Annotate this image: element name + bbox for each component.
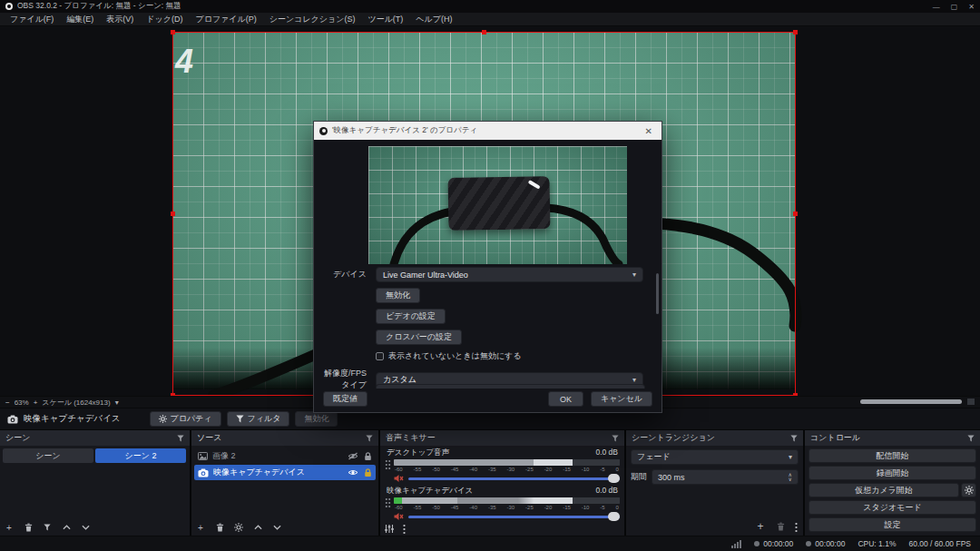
selection-handle-top-center[interactable]	[482, 30, 486, 34]
lock-icon[interactable]	[364, 452, 372, 461]
chevron-down-icon: ▾	[632, 271, 636, 279]
zoom-in-button[interactable]: +	[34, 398, 38, 407]
mixer-dock-header[interactable]: 音声ミキサー	[380, 430, 624, 446]
mixer-menu-kebab-icon[interactable]	[403, 524, 406, 534]
lock-icon[interactable]	[364, 468, 372, 477]
menu-scene-collection[interactable]: シーンコレクション(S)	[263, 14, 362, 25]
start-streaming-button[interactable]: 配信開始	[808, 448, 976, 463]
dock-menu-icon[interactable]	[967, 435, 975, 442]
scene-item-2[interactable]: シーン 2	[95, 448, 186, 463]
transitions-dock-header[interactable]: シーントランジション	[626, 430, 803, 446]
menu-profile[interactable]: プロファイル(P)	[189, 14, 262, 25]
add-scene-button[interactable]: +	[4, 522, 15, 533]
minimize-button[interactable]: —	[933, 3, 940, 11]
source-properties-button[interactable]	[233, 522, 244, 533]
selection-handle-right-center[interactable]	[793, 212, 798, 216]
menu-help[interactable]: ヘルプ(H)	[409, 14, 458, 25]
maximize-button[interactable]: ▢	[951, 3, 958, 11]
virtual-camera-config-button[interactable]	[961, 483, 976, 497]
move-source-down-button[interactable]	[271, 522, 282, 533]
channel-db-value: 0.0 dB	[595, 486, 618, 497]
source-label: 画像 2	[212, 450, 236, 462]
remove-source-button[interactable]	[214, 522, 225, 533]
advanced-audio-button[interactable]	[384, 523, 395, 534]
selection-handle-top-left[interactable]	[171, 30, 175, 34]
eye-slash-icon[interactable]	[348, 452, 358, 460]
channel-grip-handle[interactable]	[385, 459, 391, 470]
scene-item-1[interactable]: シーン	[3, 448, 93, 463]
move-source-up-button[interactable]	[252, 522, 263, 533]
dock-menu-icon[interactable]	[790, 435, 798, 442]
source-row-capture-device[interactable]: 映像キャプチャデバイス	[194, 465, 376, 480]
settings-button[interactable]: 設定	[808, 517, 976, 532]
dock-menu-icon[interactable]	[366, 435, 373, 442]
ok-button[interactable]: OK	[548, 391, 583, 407]
menu-docks[interactable]: ドック(D)	[140, 14, 189, 25]
scene-filters-button[interactable]	[42, 522, 53, 533]
capture-device	[448, 176, 551, 231]
scenes-dock-header[interactable]: シーン	[0, 430, 190, 446]
menu-edit[interactable]: 編集(E)	[60, 14, 100, 25]
configure-video-button[interactable]: ビデオの設定	[376, 309, 446, 324]
selection-handle-top-right[interactable]	[793, 30, 798, 34]
controls-dock-header[interactable]: コントロール	[805, 430, 980, 446]
transition-value: フェード	[637, 451, 671, 463]
add-source-button[interactable]: +	[195, 522, 206, 533]
mute-speaker-icon[interactable]	[394, 512, 404, 521]
scenes-list: シーン シーン 2 +	[0, 446, 190, 536]
volume-meter	[394, 459, 620, 466]
device-select[interactable]: Live Gamer Ultra-Video ▾	[376, 267, 643, 282]
eye-icon[interactable]	[348, 468, 358, 477]
volume-slider-handle[interactable]	[608, 474, 620, 483]
remove-scene-button[interactable]	[23, 522, 34, 533]
dialog-scrollbar-thumb[interactable]	[656, 273, 659, 314]
properties-button[interactable]: プロパティ	[150, 411, 221, 427]
start-recording-button[interactable]: 録画開始	[808, 466, 976, 480]
chevron-down-icon: ▾	[632, 376, 636, 384]
deactivate-button[interactable]: 無効化	[295, 411, 338, 427]
menu-view[interactable]: 表示(V)	[100, 14, 140, 25]
add-transition-button[interactable]: +	[755, 521, 766, 532]
chevron-up-icon	[63, 525, 71, 530]
horizontal-scrollbar-thumb[interactable]	[860, 399, 962, 404]
volume-slider-handle[interactable]	[608, 512, 620, 521]
transition-properties-kebab-icon[interactable]	[795, 522, 798, 532]
start-virtual-camera-button[interactable]: 仮想カメラ開始	[808, 483, 959, 497]
device-led-icon	[528, 180, 541, 190]
deactivate-when-not-showing-checkbox[interactable]: 表示されていないときは無効にする	[376, 350, 522, 362]
dialog-close-button[interactable]: ✕	[642, 126, 656, 136]
filters-button[interactable]: フィルタ	[227, 411, 290, 427]
volume-slider[interactable]	[408, 477, 620, 480]
dialog-titlebar[interactable]: '映像キャプチャデバイス 2' のプロパティ ✕	[314, 122, 662, 140]
meter-scale: -60-55-50-45-40-35-30-25-20-15-10-50	[394, 504, 620, 510]
dock-menu-icon[interactable]	[612, 435, 619, 442]
transition-select[interactable]: フェード ▾	[631, 449, 799, 465]
selection-handle-left-center[interactable]	[171, 212, 175, 216]
resolution-fps-label: 解像度/FPS タイプ	[314, 368, 367, 391]
transitions-dock: シーントランジション フェード ▾ 期間 300 ms ∧∨ +	[626, 430, 803, 536]
volume-slider[interactable]	[408, 516, 620, 518]
channel-grip-handle[interactable]	[385, 497, 391, 508]
dock-menu-icon[interactable]	[177, 435, 184, 442]
move-scene-up-button[interactable]	[61, 522, 72, 533]
cancel-button[interactable]: キャンセル	[591, 391, 652, 407]
scale-caret-icon[interactable]: ▾	[115, 398, 119, 407]
deactivate-device-button[interactable]: 無効化	[376, 288, 420, 303]
configure-crossbar-button[interactable]: クロスバーの設定	[376, 330, 462, 345]
spin-down-icon[interactable]: ∨	[789, 477, 792, 482]
menu-file[interactable]: ファイル(F)	[4, 14, 60, 25]
remove-transition-button[interactable]	[775, 521, 786, 532]
mixer-channel-desktop-audio: デスクトップ音声 0.0 dB -60-55-50-45-40-35-30-25…	[385, 448, 620, 483]
close-button[interactable]: ✕	[968, 3, 975, 11]
obs-logo-icon	[5, 3, 13, 10]
mute-speaker-icon[interactable]	[394, 474, 404, 483]
duration-spinbox[interactable]: 300 ms ∧∨	[652, 469, 799, 485]
move-scene-down-button[interactable]	[80, 522, 91, 533]
menu-tools[interactable]: ツール(T)	[361, 14, 409, 25]
defaults-button[interactable]: 既定値	[323, 391, 368, 407]
studio-mode-button[interactable]: スタジオモード	[808, 500, 976, 515]
sources-dock-header[interactable]: ソース	[191, 430, 378, 446]
zoom-out-button[interactable]: −	[5, 398, 10, 407]
scenes-dock: シーン シーン シーン 2 +	[0, 430, 190, 536]
source-row-image[interactable]: 画像 2	[194, 448, 376, 464]
